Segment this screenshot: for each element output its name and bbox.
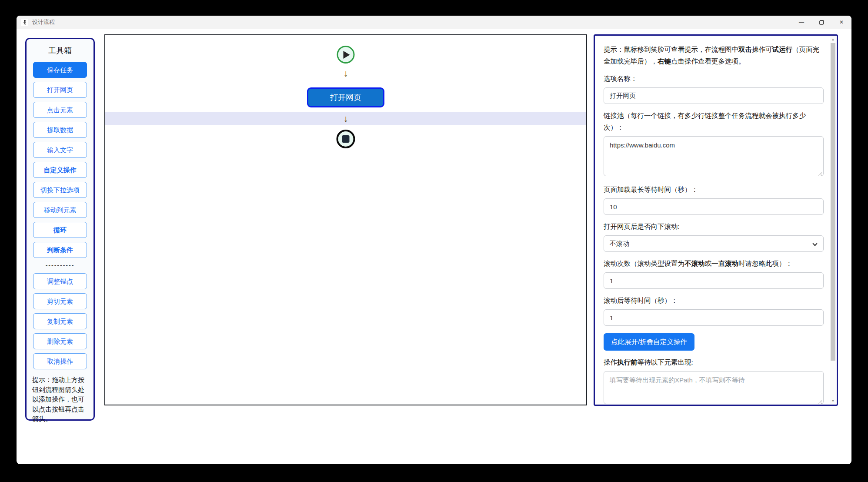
scroll-times-input[interactable] bbox=[604, 272, 824, 289]
stop-square-icon bbox=[342, 135, 350, 143]
link-pool-textarea[interactable] bbox=[604, 136, 824, 176]
toolbox-action-button[interactable]: 自定义操作 bbox=[33, 162, 87, 178]
scroll-type-value: 不滚动 bbox=[610, 240, 629, 248]
toolbox-action-button[interactable]: 移动到元素 bbox=[33, 202, 87, 218]
flow-arrow-2[interactable]: ↓ bbox=[344, 114, 348, 123]
max-wait-input[interactable] bbox=[604, 198, 824, 215]
flow-arrow-1[interactable]: ↓ bbox=[344, 69, 348, 78]
save-task-button[interactable]: 保存任务 bbox=[33, 62, 87, 78]
close-button[interactable]: ✕ bbox=[831, 16, 851, 29]
toolbox-action-button[interactable]: 切换下拉选项 bbox=[33, 182, 87, 198]
option-name-input[interactable] bbox=[604, 87, 824, 104]
window-title: 设计流程 bbox=[32, 18, 55, 26]
toolbox-action-button[interactable]: 循环 bbox=[33, 222, 87, 238]
toolbox-action-button[interactable]: 输入文字 bbox=[33, 142, 87, 158]
wait-before-textarea[interactable] bbox=[604, 371, 824, 404]
scroll-type-label: 打开网页后是否向下滚动: bbox=[604, 221, 824, 232]
max-wait-label: 页面加载最长等待时间（秒）： bbox=[604, 184, 824, 195]
wait-before-wrap bbox=[604, 371, 824, 406]
settings-panel: 提示：鼠标移到笑脸可查看提示，在流程图中双击操作可试运行（页面完全加载完毕后），… bbox=[594, 34, 838, 406]
scroll-up-icon[interactable]: ▲ bbox=[830, 36, 836, 43]
play-triangle-icon bbox=[344, 51, 350, 59]
toolbox-edit-button[interactable]: 复制元素 bbox=[33, 313, 87, 329]
flow-canvas: ↓ 打开网页 ↓ bbox=[104, 34, 587, 405]
toolbox-panel: 工具箱 保存任务 打开网页点击元素提取数据输入文字自定义操作切换下拉选项移动到元… bbox=[25, 38, 95, 421]
settings-tip: 提示：鼠标移到笑脸可查看提示，在流程图中双击操作可试运行（页面完全加载完毕后），… bbox=[604, 44, 824, 67]
chevron-down-icon bbox=[812, 241, 817, 246]
maximize-button[interactable] bbox=[811, 16, 831, 29]
scroll-wait-input[interactable] bbox=[604, 309, 824, 326]
scroll-type-select[interactable]: 不滚动 bbox=[604, 235, 824, 252]
app-window: 设计流程 — ✕ 工具箱 保存任务 打开网页点击元素提取数据输入文字自定义操作切… bbox=[17, 16, 851, 464]
window-controls: — ✕ bbox=[791, 16, 851, 29]
flow-node-open-webpage[interactable]: 打开网页 bbox=[307, 87, 384, 107]
start-play-icon[interactable] bbox=[337, 46, 355, 64]
toolbox-action-button[interactable]: 打开网页 bbox=[33, 82, 87, 98]
link-pool-wrap bbox=[604, 136, 824, 178]
scroll-down-icon[interactable]: ▼ bbox=[830, 398, 836, 404]
settings-scrollbar[interactable]: ▲ ▼ bbox=[830, 36, 836, 404]
toolbox-tip: 提示：拖动上方按钮到流程图箭头处以添加操作，也可以点击按钮再点击箭头。 bbox=[27, 373, 93, 424]
app-icon bbox=[21, 19, 28, 26]
toolbox-divider: ---------- bbox=[27, 262, 93, 269]
toolbox-edit-button[interactable]: 取消操作 bbox=[33, 353, 87, 369]
toolbox-edit-button[interactable]: 剪切元素 bbox=[33, 293, 87, 309]
toolbox-action-button[interactable]: 提取数据 bbox=[33, 122, 87, 138]
minimize-button[interactable]: — bbox=[791, 16, 811, 29]
toolbox-action-button[interactable]: 点击元素 bbox=[33, 102, 87, 118]
restore-icon bbox=[819, 20, 824, 25]
scrollbar-thumb[interactable] bbox=[831, 43, 835, 361]
scroll-wait-label: 滚动后等待时间（秒）： bbox=[604, 295, 824, 306]
link-pool-label: 链接池（每行一个链接，有多少行链接整个任务流程就会被执行多少次）： bbox=[604, 110, 824, 133]
toolbox-action-button[interactable]: 判断条件 bbox=[33, 242, 87, 258]
title-bar: 设计流程 — ✕ bbox=[17, 16, 851, 29]
custom-actions-toggle-button[interactable]: 点此展开/折叠自定义操作 bbox=[604, 333, 694, 351]
settings-content: 提示：鼠标移到笑脸可查看提示，在流程图中双击操作可试运行（页面完全加载完毕后），… bbox=[604, 41, 824, 406]
toolbox-title: 工具箱 bbox=[27, 45, 93, 56]
flow-drop-highlight-row: ↓ bbox=[105, 112, 586, 125]
end-stop-icon[interactable] bbox=[337, 130, 355, 148]
toolbox-edit-button[interactable]: 调整锚点 bbox=[33, 273, 87, 289]
option-name-label: 选项名称： bbox=[604, 73, 824, 84]
wait-before-label: 操作执行前等待以下元素出现: bbox=[604, 356, 824, 368]
toolbox-edit-button[interactable]: 删除元素 bbox=[33, 333, 87, 349]
scroll-times-label: 滚动次数（滚动类型设置为不滚动或一直滚动时请忽略此项）： bbox=[604, 258, 824, 269]
